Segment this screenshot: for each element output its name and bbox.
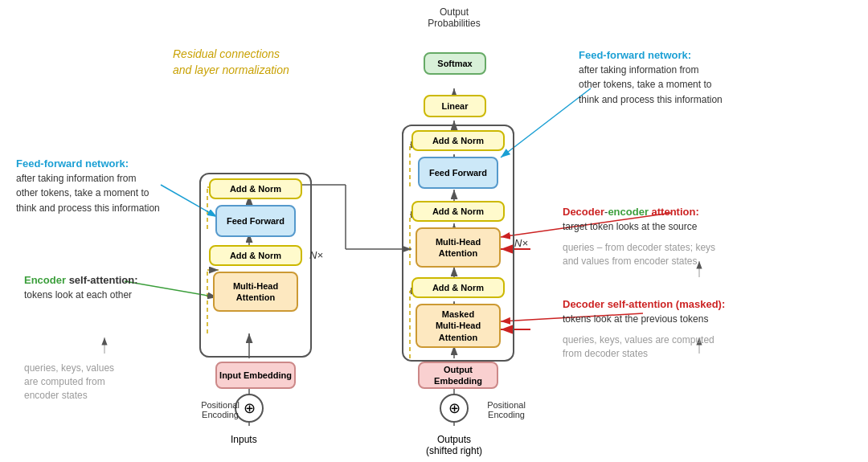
decoder-encoder-attn-label: Decoder-encoder attention: target token … xyxy=(563,205,812,234)
decoder-outputs-label: Outputs (shifted right) xyxy=(426,434,482,456)
decoder-positional-label: PositionalEncoding xyxy=(482,400,530,419)
encoder-input-embedding: Input Embedding xyxy=(215,362,296,389)
residual-connections-label: Residual connections and layer normaliza… xyxy=(173,47,358,78)
encoder-positional-label: PositionalEncoding xyxy=(196,400,244,419)
feed-forward-right-label: Feed-forward network: after taking infor… xyxy=(579,48,788,107)
decoder-multi-head-attention: Multi-HeadAttention xyxy=(416,227,501,268)
decoder-masked-multi-head: MaskedMulti-HeadAttention xyxy=(416,304,501,348)
output-prob-label: Output Probabilities xyxy=(418,6,490,29)
decoder-queries-label: queries, keys, values are computed from … xyxy=(563,333,796,361)
encoder-feed-forward: Feed Forward xyxy=(215,205,296,237)
feed-forward-left-label: Feed-forward network: after taking infor… xyxy=(16,157,193,215)
encoder-add-norm-top: Add & Norm xyxy=(209,178,302,199)
encoder-queries-label: queries, keys, values are computed from … xyxy=(24,362,169,402)
decoder-add-norm-top: Add & Norm xyxy=(411,130,505,151)
decoder-add-norm-mid: Add & Norm xyxy=(411,201,505,222)
decoder-encoder-queries-label: queries – from decoder states; keys and … xyxy=(563,241,812,268)
encoder-nx-label: N× xyxy=(309,249,323,261)
softmax-box: Softmax xyxy=(424,52,486,75)
transformer-diagram: Output Probabilities Softmax Linear Add … xyxy=(0,0,868,462)
encoder-multi-head-attention: Multi-HeadAttention xyxy=(213,272,298,312)
decoder-output-embedding: Output Embedding xyxy=(418,362,498,389)
encoder-add-norm-bottom: Add & Norm xyxy=(209,245,302,266)
decoder-positional-encoding: ⊕ xyxy=(440,394,469,423)
encoder-self-attn-label: Encoder self-attention: tokens look at e… xyxy=(24,273,185,302)
decoder-add-norm-bottom: Add & Norm xyxy=(411,277,505,298)
decoder-nx-label: N× xyxy=(514,237,528,249)
decoder-feed-forward: Feed Forward xyxy=(418,157,498,189)
linear-box: Linear xyxy=(424,95,486,117)
encoder-inputs-label: Inputs xyxy=(231,434,257,445)
decoder-self-attn-label: Decoder self-attention (masked): tokens … xyxy=(563,297,828,326)
